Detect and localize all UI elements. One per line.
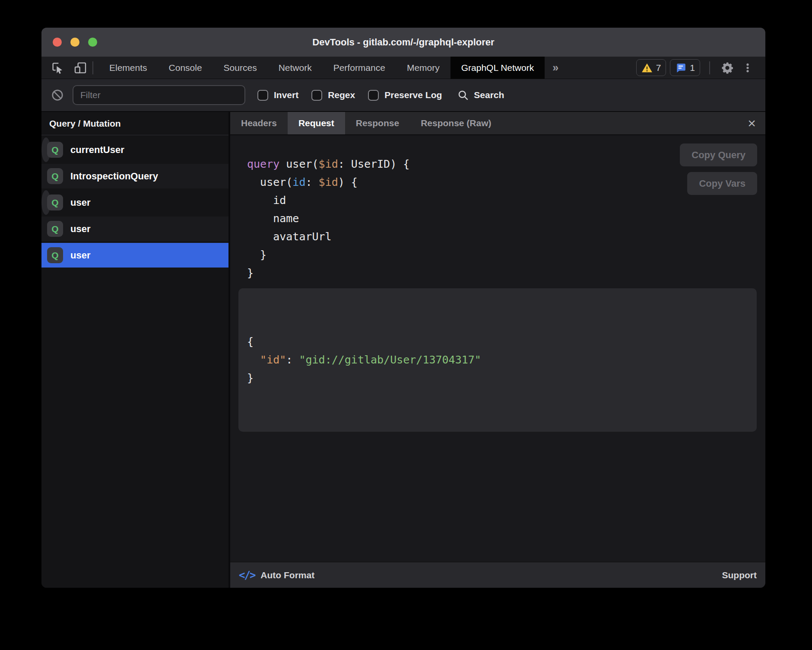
toolbar-separator (92, 61, 93, 74)
detail-tab-response-raw[interactable]: Response (Raw) (410, 112, 502, 134)
query-item-label: user (70, 223, 90, 235)
devtools-tab-list: ElementsConsoleSourcesNetworkPerformance… (98, 57, 545, 79)
query-list-item-user-2[interactable]: Q user (41, 190, 51, 215)
query-list-panel: Query / Mutation Q currentUser Q Introsp… (41, 112, 230, 588)
filter-bar: Invert Regex Preserve Log Search (41, 79, 765, 112)
detail-panel: HeadersRequestResponseResponse (Raw) × q… (230, 112, 765, 588)
query-type-badge: Q (47, 221, 63, 237)
query-list-item-currentuser-0[interactable]: Q currentUser (41, 137, 51, 162)
code-line: avatarUrl (247, 228, 765, 246)
search-control[interactable]: Search (457, 89, 504, 101)
devtools-tab-graphql-network[interactable]: GraphQL Network (450, 57, 545, 79)
main-area: Query / Mutation Q currentUser Q Introsp… (41, 112, 765, 588)
detail-tab-strip: HeadersRequestResponseResponse (Raw) × (230, 112, 765, 135)
checkbox-box (311, 90, 322, 101)
close-detail-icon[interactable]: × (745, 116, 758, 130)
checkbox-preserve-log[interactable]: Preserve Log (368, 90, 442, 101)
warnings-badge[interactable]: 7 (636, 59, 666, 76)
detail-tab-headers[interactable]: Headers (230, 112, 288, 134)
code-brackets-icon: </> (239, 569, 255, 581)
devtools-tab-memory[interactable]: Memory (396, 57, 450, 79)
devtools-window: DevTools - gitlab.com/-/graphql-explorer… (41, 28, 765, 588)
gear-icon (721, 61, 734, 74)
warning-icon (641, 62, 653, 73)
request-variables-code: { "id": "gid://gitlab/User/13704317"} (247, 333, 757, 387)
checkbox-box (368, 90, 379, 101)
status-badges: 7 1 (636, 57, 765, 79)
more-tabs-button[interactable]: » (545, 57, 566, 79)
traffic-lights (53, 28, 97, 57)
clear-button[interactable] (51, 89, 64, 102)
issues-icon (675, 62, 686, 73)
search-label: Search (474, 90, 504, 100)
devtools-tab-console[interactable]: Console (158, 57, 213, 79)
checkbox-label: Regex (328, 90, 355, 100)
request-variables-box: { "id": "gid://gitlab/User/13704317"} (238, 288, 757, 432)
copy-query-button[interactable]: Copy Query (680, 143, 757, 166)
window-title: DevTools - gitlab.com/-/graphql-explorer (312, 37, 494, 48)
title-bar: DevTools - gitlab.com/-/graphql-explorer (41, 28, 765, 57)
auto-format-button[interactable]: Auto Format (260, 570, 314, 580)
detail-tab-response[interactable]: Response (345, 112, 410, 134)
checkbox-invert[interactable]: Invert (257, 90, 298, 101)
checkbox-label: Invert (274, 90, 298, 100)
query-list-item-user-3[interactable]: Q user (41, 217, 228, 241)
inspect-element-icon[interactable] (51, 61, 65, 75)
filter-checkbox-group: Invert Regex Preserve Log (257, 90, 455, 101)
issues-count: 1 (690, 63, 695, 73)
checkbox-regex[interactable]: Regex (311, 90, 355, 101)
filter-input[interactable] (73, 85, 245, 105)
close-window-button[interactable] (53, 38, 62, 47)
devtools-tab-bar: ElementsConsoleSourcesNetworkPerformance… (41, 57, 765, 79)
code-line: } (247, 264, 765, 282)
query-type-badge: Q (47, 168, 63, 184)
query-type-badge: Q (47, 142, 63, 158)
search-icon (457, 89, 469, 101)
panel-footer: </> Auto Format Support (230, 562, 765, 588)
request-content: query user($id: UserID) { user(id: $id) … (230, 135, 765, 562)
devtools-tab-sources[interactable]: Sources (213, 57, 268, 79)
query-list-header: Query / Mutation (41, 112, 228, 135)
code-line: name (247, 210, 765, 228)
issues-badge[interactable]: 1 (670, 59, 700, 76)
code-line: "id": "gid://gitlab/User/13704317" (247, 351, 757, 369)
copy-vars-button[interactable]: Copy Vars (687, 172, 757, 195)
settings-button[interactable] (719, 59, 736, 76)
query-list-item-introspectionquery-1[interactable]: Q IntrospectionQuery (41, 164, 228, 188)
query-item-label: user (70, 197, 90, 208)
code-line: } (247, 369, 757, 387)
detail-tab-request[interactable]: Request (288, 112, 345, 134)
badge-separator (709, 61, 710, 74)
devtools-tab-network[interactable]: Network (268, 57, 323, 79)
query-type-badge: Q (47, 194, 63, 210)
query-list-item-user-4[interactable]: Q user (41, 243, 228, 268)
more-options-button[interactable] (739, 59, 756, 76)
support-link[interactable]: Support (722, 570, 757, 580)
toolbar-icons (41, 57, 87, 79)
query-list: Q currentUser Q IntrospectionQuery Q use… (41, 135, 228, 268)
device-toolbar-icon[interactable] (73, 61, 87, 75)
minimize-window-button[interactable] (70, 38, 79, 47)
tab-bar-spacer (566, 57, 636, 79)
block-icon (51, 89, 64, 102)
code-line: { (247, 333, 757, 351)
query-item-label: user (70, 250, 90, 261)
zoom-window-button[interactable] (88, 38, 97, 47)
copy-buttons: Copy Query Copy Vars (680, 143, 757, 195)
kebab-menu-icon (742, 61, 753, 74)
query-item-label: currentUser (70, 144, 124, 156)
devtools-tab-elements[interactable]: Elements (98, 57, 158, 79)
checkbox-label: Preserve Log (384, 90, 442, 100)
warnings-count: 7 (656, 63, 661, 73)
detail-tab-list: HeadersRequestResponseResponse (Raw) (230, 112, 502, 134)
devtools-tab-performance[interactable]: Performance (323, 57, 396, 79)
query-item-label: IntrospectionQuery (70, 171, 158, 182)
query-type-badge: Q (47, 247, 63, 263)
code-line: } (247, 246, 765, 264)
checkbox-box (257, 90, 268, 101)
